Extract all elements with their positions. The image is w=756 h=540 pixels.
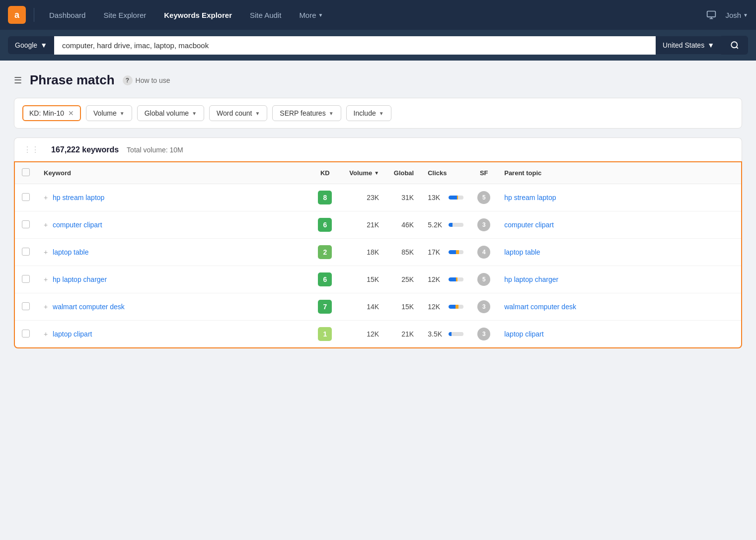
volume-cell: 15K [342,266,386,293]
engine-selector[interactable]: Google ▼ [8,36,54,54]
row-checkbox-cell [15,293,37,321]
th-keyword[interactable]: Keyword [37,162,307,184]
how-to-use-button[interactable]: ? How to use [123,75,170,85]
th-global[interactable]: Global [386,162,421,184]
filters-bar: KD: Min-10 ✕ Volume ▼ Global volume ▼ Wo… [14,98,742,129]
clicks-bar [449,332,463,336]
volume-cell: 18K [342,239,386,266]
chevron-down-icon: ▼ [318,12,323,18]
clicks-value: 12K [428,275,447,283]
chevron-down-icon: ▼ [329,111,334,116]
keyword-link[interactable]: computer clipart [53,221,102,229]
clicks-cell: 5.2K [421,211,470,239]
clicks-bar [449,223,463,227]
kd-badge: 7 [318,300,332,314]
nav-site-audit[interactable]: Site Audit [243,7,288,23]
parent-topic-cell: laptop clipart [497,321,741,348]
parent-topic-link[interactable]: computer clipart [504,221,554,229]
search-input[interactable] [54,36,656,55]
serp-features-filter-button[interactable]: SERP features ▼ [272,105,341,121]
results-volume: Total volume: 10M [127,146,183,154]
keyword-link[interactable]: hp laptop charger [53,275,107,283]
row-checkbox[interactable] [22,302,30,310]
bar-gray-segment [457,277,463,281]
volume-cell: 14K [342,293,386,321]
add-keyword-icon[interactable]: + [44,330,48,338]
sf-cell: 4 [470,239,497,266]
bar-blue-segment [449,305,455,309]
keyword-link[interactable]: walmart computer desk [53,303,125,311]
row-checkbox[interactable] [22,275,30,283]
clicks-value: 5.2K [428,221,447,229]
chevron-down-icon: ▼ [379,111,384,116]
parent-topic-link[interactable]: walmart computer desk [504,303,576,311]
hamburger-icon[interactable]: ☰ [14,75,22,86]
row-checkbox[interactable] [22,330,30,338]
keyword-link[interactable]: hp stream laptop [53,194,104,202]
th-clicks[interactable]: Clicks [421,162,470,184]
kd-cell: 1 [307,321,342,348]
add-keyword-icon[interactable]: + [44,275,48,283]
global-volume-filter-button[interactable]: Global volume ▼ [137,105,204,121]
row-checkbox[interactable] [22,220,30,228]
close-filter-icon[interactable]: ✕ [68,109,74,117]
table-row: + laptop table 2 18K 85K 17K 4 laptop ta… [15,239,741,266]
sf-badge: 3 [477,218,490,231]
th-volume[interactable]: Volume ▼ [342,162,386,184]
volume-filter-button[interactable]: Volume ▼ [86,105,132,121]
clicks-bar [449,250,463,254]
parent-topic-link[interactable]: laptop table [504,248,540,256]
bar-blue-segment [449,196,457,200]
sf-cell: 5 [470,266,497,293]
add-keyword-icon[interactable]: + [44,194,48,202]
nav-more[interactable]: More ▼ [292,7,330,23]
country-selector[interactable]: United States ▼ [656,36,721,54]
parent-topic-link[interactable]: hp laptop charger [504,275,558,283]
keyword-link[interactable]: laptop clipart [53,330,92,338]
row-checkbox-cell [15,211,37,239]
row-checkbox[interactable] [22,193,30,201]
clicks-value: 17K [428,248,447,256]
volume-cell: 12K [342,321,386,348]
th-parent-topic[interactable]: Parent topic [497,162,741,184]
nav-keywords-explorer[interactable]: Keywords Explorer [157,7,239,23]
nav-divider [34,8,34,22]
chevron-down-icon: ▼ [743,12,748,18]
bar-blue-segment [449,277,455,281]
row-checkbox[interactable] [22,248,30,256]
drag-handle-icon[interactable]: ⋮⋮ [23,145,39,154]
add-keyword-icon[interactable]: + [44,248,48,256]
bar-gray-segment [458,196,463,200]
keyword-cell: + computer clipart [37,211,307,239]
clicks-value: 3.5K [428,330,447,338]
keyword-cell: + laptop clipart [37,321,307,348]
nav-dashboard[interactable]: Dashboard [42,7,92,23]
th-sf[interactable]: SF [470,162,497,184]
add-keyword-icon[interactable]: + [44,303,48,311]
row-checkbox-cell [15,184,37,211]
sf-badge: 5 [477,273,490,286]
clicks-value: 13K [428,194,447,202]
results-count: 167,222 keywords [51,145,119,154]
word-count-filter-button[interactable]: Word count ▼ [209,105,267,121]
page-title: Phrase match [30,72,115,88]
kd-badge: 6 [318,218,332,232]
monitor-icon[interactable] [703,7,719,23]
user-menu[interactable]: Josh ▼ [725,11,748,19]
clicks-bar [449,305,463,309]
bar-gray-segment [459,250,464,254]
sf-badge: 3 [477,328,490,340]
th-kd[interactable]: KD [307,162,342,184]
kd-badge: 2 [318,245,332,259]
select-all-checkbox[interactable] [22,168,30,176]
app-logo[interactable]: a [8,6,26,24]
active-filter-chip[interactable]: KD: Min-10 ✕ [22,105,81,121]
parent-topic-link[interactable]: laptop clipart [504,330,543,338]
include-filter-button[interactable]: Include ▼ [346,105,391,121]
parent-topic-link[interactable]: hp stream laptop [504,194,556,202]
search-button[interactable] [721,36,748,55]
nav-site-explorer[interactable]: Site Explorer [96,7,153,23]
row-checkbox-cell [15,321,37,348]
keyword-link[interactable]: laptop table [53,248,88,256]
add-keyword-icon[interactable]: + [44,221,48,229]
